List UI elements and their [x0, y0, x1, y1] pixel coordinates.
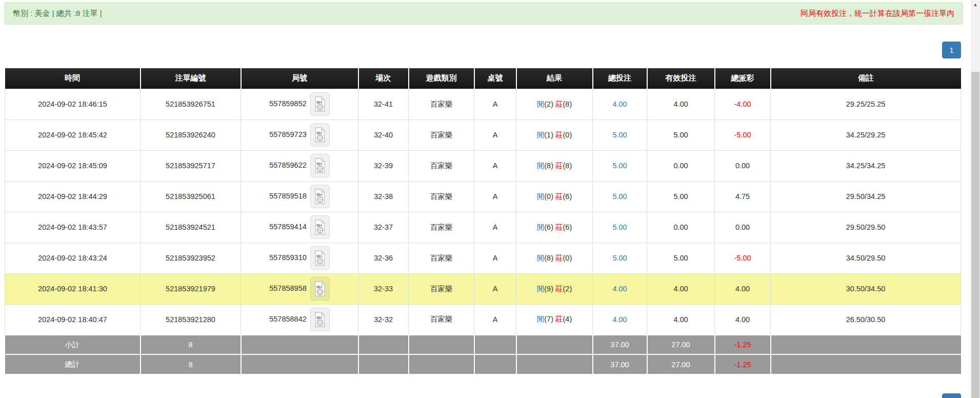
- footer-valid-bet: 27.00: [647, 335, 715, 354]
- result-banker-score: (0): [563, 254, 572, 262]
- video-replay-icon: [314, 189, 326, 204]
- footer-label: 小計: [5, 335, 141, 354]
- result-player-label: 閒: [537, 162, 545, 170]
- bet-record-row: 2024-09-02 18:43:57521853924521557859414…: [5, 212, 961, 243]
- cell-valid-bet: 4.00: [647, 273, 715, 304]
- cell-payout: 4.00: [715, 273, 771, 304]
- cell-bet-id: 521853924521: [141, 212, 241, 243]
- column-header-7: 結果: [516, 68, 593, 89]
- column-header-10: 總派彩: [715, 68, 771, 89]
- cell-game-type: 百家樂: [409, 150, 474, 181]
- footer-round: [241, 354, 358, 374]
- result-player-score: (8): [544, 162, 555, 170]
- result-banker-label: 莊: [555, 192, 563, 201]
- cell-session: 32-38: [358, 181, 409, 212]
- total-bet-link[interactable]: 5.00: [612, 192, 627, 201]
- cell-total-bet: 4.00: [593, 304, 647, 335]
- cell-game-type: 百家樂: [409, 212, 474, 243]
- footer-game-type: [409, 335, 474, 354]
- cell-session: 32-41: [358, 89, 409, 120]
- cell-bet-id: 521853926240: [141, 120, 241, 150]
- replay-video-button[interactable]: [310, 215, 330, 239]
- result-banker-score: (8): [563, 162, 572, 170]
- round-id-text: 557858958: [269, 284, 307, 292]
- cell-bet-id: 521853921280: [141, 304, 241, 335]
- cell-payout: -4.00: [715, 89, 771, 120]
- total-bet-link[interactable]: 5.00: [612, 254, 627, 262]
- scroll-up-arrow-icon[interactable]: ▲: [971, 0, 980, 9]
- scrollbar-thumb[interactable]: [971, 72, 979, 398]
- footer-label: 總計: [5, 354, 141, 374]
- cell-payout: 4.75: [715, 181, 771, 212]
- result-player-label: 閒: [537, 100, 545, 108]
- cell-total-bet: 5.00: [593, 212, 647, 243]
- pagination-page-1-top[interactable]: 1: [942, 42, 961, 58]
- cell-remark: 29.50/29.50: [771, 212, 961, 243]
- cell-total-bet: 5.00: [593, 181, 647, 212]
- footer-result: [516, 354, 593, 374]
- cell-total-bet: 5.00: [593, 243, 647, 273]
- cell-game-type: 百家樂: [409, 243, 474, 273]
- cell-result: 閒(7) 莊(4): [516, 304, 593, 335]
- replay-video-button[interactable]: [310, 277, 330, 301]
- cell-game-type: 百家樂: [409, 181, 474, 212]
- cell-payout: 0.00: [715, 212, 771, 243]
- cell-time: 2024-09-02 18:44:29: [5, 181, 141, 212]
- total-bet-link[interactable]: 4.00: [612, 100, 627, 108]
- result-player-label: 閒: [537, 192, 545, 201]
- result-banker-score: (4): [563, 315, 572, 323]
- column-header-9: 有效投注: [647, 68, 715, 89]
- cell-remark: 29.25/25.25: [771, 89, 961, 120]
- cell-round-id: 557859518: [241, 181, 358, 212]
- column-header-5: 遊戲類別: [409, 68, 474, 89]
- replay-video-button[interactable]: [310, 92, 330, 116]
- round-id-text: 557859852: [269, 99, 307, 108]
- bet-records-table-wrap: 時間注單編號局號場次遊戲類別桌號結果總投注有效投注總派彩備註 2024-09-0…: [5, 68, 961, 374]
- cell-session: 32-37: [358, 212, 409, 243]
- pagination-page-1-bottom[interactable]: 1: [942, 393, 961, 398]
- cell-remark: 26.50/30.50: [771, 304, 961, 335]
- bet-record-row: 2024-09-02 18:45:09521853925717557859622…: [5, 150, 961, 181]
- column-header-1: 時間: [5, 68, 141, 89]
- replay-video-button[interactable]: [310, 246, 330, 270]
- cell-payout: -5.00: [715, 243, 771, 273]
- cell-result: 閒(6) 莊(6): [516, 212, 593, 243]
- cell-remark: 34.25/29.25: [771, 120, 961, 150]
- cell-round-id: 557858958: [241, 273, 358, 304]
- replay-video-button[interactable]: [310, 308, 330, 331]
- result-banker-label: 莊: [555, 162, 563, 170]
- total-bet-link[interactable]: 4.00: [612, 315, 627, 324]
- result-banker-label: 莊: [555, 223, 563, 231]
- footer-result: [516, 335, 593, 354]
- currency-summary-text: 幣別 : 美金 | 總共 :8 注單 |: [13, 9, 102, 18]
- result-player-label: 閒: [537, 131, 545, 139]
- footer-round: [241, 335, 358, 354]
- cell-total-bet: 5.00: [593, 120, 647, 150]
- footer-payout: -1.25: [715, 335, 771, 354]
- vertical-scrollbar[interactable]: ▲: [971, 0, 980, 398]
- footer-valid-bet: 27.00: [647, 354, 715, 374]
- result-player-score: (0): [544, 192, 555, 201]
- replay-video-button[interactable]: [310, 123, 330, 147]
- round-id-text: 557859414: [269, 223, 307, 231]
- total-bet-link[interactable]: 5.00: [612, 131, 627, 139]
- column-header-6: 桌號: [474, 68, 516, 89]
- cell-total-bet: 4.00: [593, 89, 647, 120]
- cell-remark: 29.50/34.25: [771, 181, 961, 212]
- result-banker-label: 莊: [555, 254, 563, 262]
- round-id-text: 557859518: [269, 192, 307, 200]
- total-bet-link[interactable]: 5.00: [612, 162, 627, 170]
- cell-round-id: 557859622: [241, 150, 358, 181]
- cell-time: 2024-09-02 18:45:42: [5, 120, 141, 150]
- column-header-2: 注單編號: [141, 68, 241, 89]
- cell-session: 32-39: [358, 150, 409, 181]
- replay-video-button[interactable]: [310, 185, 330, 208]
- replay-video-button[interactable]: [310, 154, 330, 177]
- cell-game-type: 百家樂: [409, 89, 474, 120]
- bet-record-row: 2024-09-02 18:40:47521853921280557858842…: [5, 304, 961, 335]
- result-banker-label: 莊: [555, 131, 563, 139]
- total-bet-link[interactable]: 4.00: [612, 285, 627, 293]
- cell-round-id: 557859723: [241, 120, 358, 150]
- cell-bet-id: 521853925061: [141, 181, 241, 212]
- total-bet-link[interactable]: 5.00: [612, 223, 627, 231]
